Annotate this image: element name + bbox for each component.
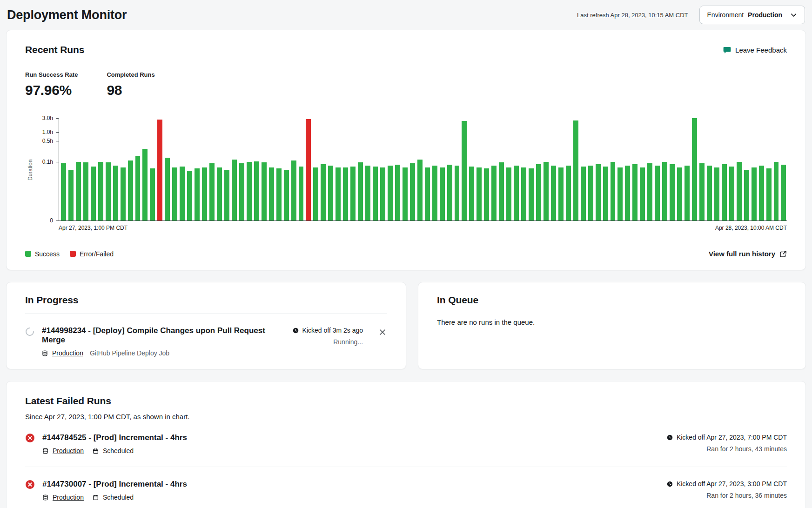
failed-run-row[interactable]: #144730007 - [Prod] Incremental - 4hrs P…	[25, 467, 787, 508]
run-bar-failed[interactable]	[157, 120, 162, 221]
run-bar-success[interactable]	[209, 163, 215, 221]
run-bar-success[interactable]	[558, 167, 564, 221]
run-bar-success[interactable]	[410, 163, 415, 221]
run-bar-success[interactable]	[573, 120, 578, 221]
run-bar-success[interactable]	[521, 167, 526, 221]
run-bar-success[interactable]	[328, 166, 333, 221]
run-bar-success[interactable]	[596, 164, 601, 221]
run-bar-success[interactable]	[476, 167, 482, 221]
run-bar-success[interactable]	[150, 168, 155, 221]
run-bar-success[interactable]	[68, 170, 74, 221]
run-bar-success[interactable]	[350, 167, 356, 221]
run-bar-success[interactable]	[566, 166, 571, 221]
environment-dropdown[interactable]: Environment Production	[699, 6, 805, 24]
run-bar-success[interactable]	[262, 162, 267, 221]
run-bar-success[interactable]	[106, 162, 111, 221]
run-bar-success[interactable]	[403, 167, 408, 221]
run-bar-success[interactable]	[425, 167, 430, 221]
run-bar-success[interactable]	[447, 165, 452, 221]
run-bar-success[interactable]	[632, 164, 638, 221]
run-bar-success[interactable]	[692, 118, 697, 221]
run-bar-success[interactable]	[142, 149, 148, 221]
run-bar-success[interactable]	[551, 166, 556, 221]
run-bar-success[interactable]	[581, 167, 586, 221]
run-bar-success[interactable]	[514, 166, 519, 221]
run-bar-success[interactable]	[759, 166, 764, 221]
run-bar-success[interactable]	[729, 167, 734, 221]
run-bar-success[interactable]	[128, 160, 133, 221]
run-bar-success[interactable]	[365, 166, 370, 221]
run-bar-success[interactable]	[617, 167, 623, 221]
run-bar-success[interactable]	[506, 167, 511, 221]
run-bar-success[interactable]	[655, 166, 660, 221]
run-bar-success[interactable]	[677, 167, 682, 221]
run-bar-success[interactable]	[611, 162, 616, 221]
run-bar-success[interactable]	[737, 162, 742, 221]
run-bar-success[interactable]	[247, 162, 252, 221]
run-bar-success[interactable]	[180, 167, 185, 221]
run-bar-success[interactable]	[588, 166, 593, 221]
run-bar-success[interactable]	[165, 158, 170, 221]
run-bar-success[interactable]	[707, 166, 712, 221]
legend-item-success[interactable]: Success	[25, 250, 60, 258]
run-bar-success[interactable]	[684, 166, 690, 221]
run-bar-success[interactable]	[358, 162, 363, 221]
run-bar-success[interactable]	[603, 167, 608, 221]
run-bar-success[interactable]	[276, 168, 282, 221]
run-bar-success[interactable]	[61, 163, 66, 221]
run-bar-success[interactable]	[284, 170, 289, 221]
run-bar-success[interactable]	[670, 164, 675, 221]
run-bar-success[interactable]	[313, 167, 318, 221]
run-bar-success[interactable]	[714, 167, 719, 221]
run-bar-success[interactable]	[172, 167, 177, 221]
run-bar-success[interactable]	[388, 166, 393, 221]
run-bar-success[interactable]	[254, 161, 259, 221]
run-bar-success[interactable]	[187, 171, 192, 221]
run-bar-success[interactable]	[625, 166, 630, 221]
run-bar-success[interactable]	[529, 168, 534, 221]
run-bar-success[interactable]	[699, 163, 705, 221]
run-bar-success[interactable]	[432, 166, 437, 221]
environment-link[interactable]: Production	[53, 447, 84, 455]
run-bar-success[interactable]	[722, 164, 727, 221]
run-bar-success[interactable]	[647, 163, 652, 221]
view-full-run-history-link[interactable]: View full run history	[709, 250, 787, 258]
run-bar-success[interactable]	[744, 170, 749, 221]
run-bar-success[interactable]	[239, 163, 244, 221]
run-bar-success[interactable]	[291, 160, 296, 221]
run-bar-success[interactable]	[113, 166, 118, 221]
run-bar-success[interactable]	[232, 160, 237, 221]
run-bar-success[interactable]	[640, 167, 645, 221]
run-bar-success[interactable]	[336, 167, 341, 221]
run-bar-success[interactable]	[536, 164, 541, 221]
run-bar-success[interactable]	[491, 166, 497, 221]
run-bar-success[interactable]	[662, 162, 667, 221]
run-bar-success[interactable]	[499, 162, 504, 221]
run-bar-success[interactable]	[76, 162, 81, 221]
run-bar-failed[interactable]	[306, 119, 311, 221]
environment-link[interactable]: Production	[53, 494, 84, 501]
run-bar-success[interactable]	[774, 162, 779, 221]
run-bar-success[interactable]	[217, 167, 222, 221]
run-bar-success[interactable]	[224, 170, 229, 221]
run-bar-success[interactable]	[195, 168, 200, 221]
run-bar-success[interactable]	[380, 167, 385, 221]
run-bar-success[interactable]	[135, 156, 141, 221]
run-bar-success[interactable]	[121, 167, 126, 221]
run-bar-success[interactable]	[462, 121, 467, 221]
run-bar-success[interactable]	[469, 167, 474, 221]
run-bar-success[interactable]	[544, 162, 549, 221]
run-bar-success[interactable]	[752, 167, 757, 221]
run-bar-success[interactable]	[766, 168, 772, 221]
run-bar-success[interactable]	[781, 165, 786, 221]
failed-run-row[interactable]: #144784525 - [Prod] Incremental - 4hrs P…	[25, 421, 787, 467]
close-icon[interactable]	[378, 328, 387, 338]
run-bar-success[interactable]	[98, 162, 103, 221]
run-bar-success[interactable]	[321, 164, 326, 221]
run-bar-success[interactable]	[299, 167, 304, 221]
run-bar-success[interactable]	[343, 167, 348, 221]
run-bar-success[interactable]	[484, 168, 489, 221]
run-bar-success[interactable]	[417, 160, 423, 221]
environment-link[interactable]: Production	[52, 349, 83, 357]
run-bar-success[interactable]	[395, 165, 400, 221]
